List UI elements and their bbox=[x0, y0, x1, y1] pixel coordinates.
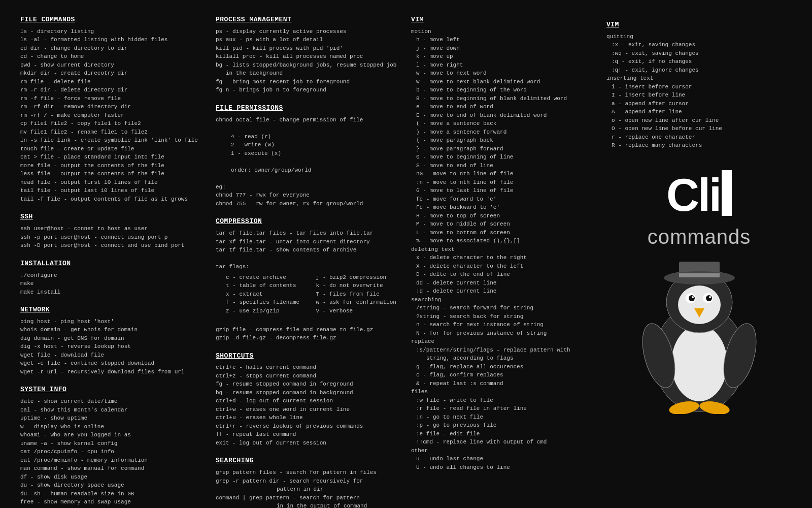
page-layout: FILE COMMANDS ls - directory listing ls … bbox=[20, 15, 792, 508]
shortcuts-title: SHORTCUTS bbox=[216, 352, 401, 361]
file-permissions-title: FILE PERMISSIONS bbox=[216, 104, 401, 113]
searching-content: grep pattern files - search for pattern … bbox=[216, 468, 401, 508]
searching-title: SEARCHING bbox=[216, 456, 401, 466]
column-4: VIM quitting :x - exit, saving changes :… bbox=[606, 15, 792, 508]
tar-flags-left: c - create archive t - table of contents… bbox=[226, 273, 311, 315]
section-process-management: PROCESS MANAGEMENT ps - display currentl… bbox=[216, 15, 401, 94]
tar-flags-table: c - create archive t - table of contents… bbox=[226, 273, 401, 315]
ssh-title: SSH bbox=[20, 212, 206, 222]
svg-rect-18 bbox=[679, 273, 720, 277]
installation-content: ./configure make make install bbox=[20, 271, 206, 297]
section-shortcuts: SHORTCUTS ctrl+c - halts current command… bbox=[216, 352, 401, 448]
shortcuts-content: ctrl+c - halts current command ctrl+z - … bbox=[216, 363, 401, 447]
process-management-title: PROCESS MANAGEMENT bbox=[216, 15, 401, 25]
vim-col4-title: VIM bbox=[606, 20, 792, 30]
section-installation: INSTALLATION ./configure make make insta… bbox=[20, 259, 206, 296]
svg-point-3 bbox=[678, 285, 721, 324]
svg-point-5 bbox=[689, 295, 695, 301]
file-commands-content: ls - directory listing ls -al - formatte… bbox=[20, 27, 206, 204]
tux-penguin-icon bbox=[628, 262, 770, 414]
column-3: VIM motion h - move left j - move down k… bbox=[411, 15, 596, 508]
column-1: FILE COMMANDS ls - directory listing ls … bbox=[20, 15, 206, 508]
compression-content: tar cf file.tar files - tar files into f… bbox=[216, 229, 401, 342]
section-compression: COMPRESSION tar cf file.tar files - tar … bbox=[216, 217, 401, 342]
penguin-area bbox=[606, 262, 792, 414]
tar-flags-right: j - bzip2 compression k - do not overwri… bbox=[316, 273, 401, 315]
network-content: ping host - ping host 'host' whois domai… bbox=[20, 318, 206, 376]
process-management-content: ps - display currently active processes … bbox=[216, 27, 401, 94]
svg-point-6 bbox=[692, 296, 694, 298]
cli-logo-text: Cli bbox=[666, 170, 732, 218]
file-commands-title: FILE COMMANDS bbox=[20, 15, 206, 25]
compression-title: COMPRESSION bbox=[216, 217, 401, 227]
svg-point-8 bbox=[706, 295, 712, 301]
svg-point-9 bbox=[709, 296, 711, 298]
svg-point-17 bbox=[664, 271, 735, 284]
vim-col3-content: motion h - move left j - move down k - m… bbox=[411, 27, 596, 472]
section-file-commands: FILE COMMANDS ls - directory listing ls … bbox=[20, 15, 206, 203]
system-info-content: date - show current date/time cal - show… bbox=[20, 397, 206, 508]
section-file-permissions: FILE PERMISSIONS chmod octal file - chan… bbox=[216, 104, 401, 208]
cli-text-part1: Cli bbox=[666, 172, 720, 218]
svg-point-1 bbox=[671, 325, 727, 401]
ssh-content: ssh user@host - connet to host as user s… bbox=[20, 225, 206, 250]
system-info-title: SYSTEM INFO bbox=[20, 385, 206, 395]
section-searching: SEARCHING grep pattern files - search fo… bbox=[216, 456, 401, 508]
cli-cursor bbox=[722, 170, 732, 216]
section-network: NETWORK ping host - ping host 'host' who… bbox=[20, 305, 206, 376]
cli-logo-area: Cli commands bbox=[606, 170, 792, 251]
vim-col4-content: quitting :x - exit, saving changes :wq -… bbox=[606, 33, 792, 150]
file-permissions-content: chmod octal file - change permission of … bbox=[216, 116, 401, 208]
network-title: NETWORK bbox=[20, 305, 206, 315]
section-vim-col3: VIM motion h - move left j - move down k… bbox=[411, 15, 596, 471]
installation-title: INSTALLATION bbox=[20, 259, 206, 269]
section-system-info: SYSTEM INFO date - show current date/tim… bbox=[20, 385, 206, 508]
vim-col3-title: VIM bbox=[411, 15, 596, 25]
cli-commands-text: commands bbox=[648, 222, 751, 251]
section-vim-col4: VIM quitting :x - exit, saving changes :… bbox=[606, 20, 792, 150]
section-ssh: SSH ssh user@host - connet to host as us… bbox=[20, 212, 206, 249]
column-2: PROCESS MANAGEMENT ps - display currentl… bbox=[216, 15, 401, 508]
